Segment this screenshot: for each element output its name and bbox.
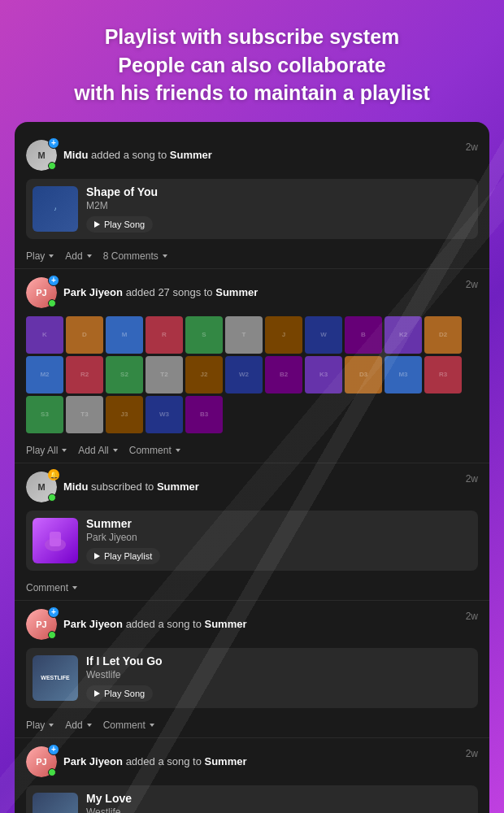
playlist-thumb-icon [43,528,67,553]
comments-label-1: 8 Comments [103,250,159,262]
song-title-5: My Love [86,792,471,805]
feed-user-2: Park Jiyeon [63,286,123,298]
play-playlist-label: Play Playlist [104,551,152,561]
avatar-midu-2: M 🔔 [26,472,57,502]
app-card: M + Midu added a song to Summer 2w ♪ Sha… [15,122,489,814]
album-thumb-8: B [345,316,382,354]
feed-item-3: M 🔔 Midu subscribed to Summer 2w Summer … [15,463,489,601]
play-song-label-4: Play Song [104,689,145,698]
play-action-4[interactable]: Play [26,720,54,731]
play-playlist-button[interactable]: Play Playlist [86,548,160,564]
feed-description-3: Midu subscribed to Summer [63,480,459,493]
album-art-shape: ♪ [33,186,78,232]
add-badge-3: + [48,606,59,618]
album-thumb-22: S3 [26,396,63,433]
add-action-4[interactable]: Add [65,720,91,731]
feed-user-3: Midu [63,480,88,493]
play-label-4: Play [26,720,45,731]
feed-item-5: PJ + Park Jiyeon added a song to Summer … [15,738,489,814]
avatar-park-1: PJ + [26,277,57,308]
album-thumb-24: J3 [106,396,143,433]
play-all-action[interactable]: Play All [26,445,67,456]
feed-description-5: Park Jiyeon added a song to Summer [63,755,459,767]
add-chevron-4 [87,724,92,727]
album-thumb-4: S [185,316,223,354]
play-icon-1 [94,221,100,228]
add-badge-4: + [48,744,59,755]
feed-time-3: 2w [466,473,478,485]
action-bar-2: Play All Add All Comment [26,440,478,456]
album-thumb-25: W3 [146,396,183,433]
header-title: Playlist with subscribe system People ca… [16,23,488,107]
svg-rect-1 [50,532,61,546]
album-thumb-5: T [225,316,263,354]
add-all-action[interactable]: Add All [78,445,117,456]
play-song-button-1[interactable]: Play Song [86,216,153,233]
add-action-1[interactable]: Add [65,250,91,262]
album-thumb-1: D [66,316,103,354]
album-art-westlife-1: WESTLIFE [33,655,78,701]
feed-action-1: added a song to [91,149,167,161]
album-thumb-9: K2 [385,316,422,354]
avatar-park-2: PJ + [26,609,57,640]
action-bar-1: Play Add 8 Comments [26,246,478,262]
feed-item-1: M + Midu added a song to Summer 2w ♪ Sha… [15,132,489,269]
comment-action-2[interactable]: Comment [129,445,180,456]
album-art-westlife-2: WESTLIFE [33,793,78,814]
comments-action-1[interactable]: 8 Comments [103,250,167,262]
song-card-5: WESTLIFE My Love Westlife Play Song [26,785,478,814]
song-info-4: If I Let You Go Westlife Play Song [86,654,471,702]
playlist-card: Summer Park Jiyeon Play Playlist [26,511,478,571]
album-thumb-16: W2 [225,356,263,393]
song-artist-4: Westlife [86,669,471,680]
song-thumb-5: WESTLIFE [33,793,78,814]
song-card-1: ♪ Shape of You M2M Play Song [26,179,478,239]
feed-action-2: added 27 songs to [126,286,216,298]
header-section: Playlist with subscribe system People ca… [0,0,504,122]
feed-description-2: Park Jiyeon added 27 songs to Summer [63,286,459,298]
album-thumb-3: R [146,316,183,354]
album-thumb-23: T3 [66,396,103,433]
feed-target-2: Summer [215,286,258,298]
notif-badge: 🔔 [48,469,59,480]
song-info-1: Shape of You M2M Play Song [86,185,471,233]
play-action-1[interactable]: Play [26,250,54,262]
album-thumb-2: M [106,316,143,354]
feed-time-5: 2w [466,748,478,759]
comments-chevron-1 [163,254,167,258]
feed-description-4: Park Jiyeon added a song to Summer [63,618,459,630]
feed-user-4: Park Jiyeon [63,618,123,630]
playlist-thumb [33,518,78,563]
add-badge-2: + [48,275,59,286]
comment-action-3[interactable]: Comment [26,582,77,593]
online-indicator-2 [48,299,56,307]
comment-chevron-2 [176,449,180,452]
playlist-info: Summer Park Jiyeon Play Playlist [86,517,471,564]
comment-label-4: Comment [103,720,146,731]
feed-target-1: Summer [170,149,212,161]
album-thumb-11: M2 [26,356,63,393]
add-chevron-1 [87,254,92,258]
comment-chevron-3 [72,586,77,589]
online-indicator [48,162,56,170]
play-all-chevron [62,449,67,452]
feed-target-3: Summer [157,480,199,493]
comment-action-4[interactable]: Comment [103,720,154,731]
play-chevron-1 [49,254,54,258]
album-grid: KDMRSTJWBK2D2M2R2S2T2J2W2B2K3D3M3R3S3T3J… [26,316,478,433]
online-indicator-4 [48,631,56,639]
play-song-button-4[interactable]: Play Song [86,685,153,702]
feed-action-5: added a song to [126,755,205,767]
song-thumb-4: WESTLIFE [33,655,78,701]
avatar-park-3: PJ + [26,746,57,777]
song-title-4: If I Let You Go [86,654,471,667]
feed-action-3: subscribed to [91,480,157,493]
album-thumb-10: D2 [424,316,462,354]
action-bar-3: Comment [26,577,478,593]
header-line2: People can also collaborate [118,54,385,76]
feed-target-5: Summer [204,755,246,767]
album-thumb-21: R3 [424,356,462,393]
comment-label-2: Comment [129,445,172,456]
feed-description-1: Midu added a song to Summer [63,149,459,161]
header-line1: Playlist with subscribe system [105,25,400,48]
